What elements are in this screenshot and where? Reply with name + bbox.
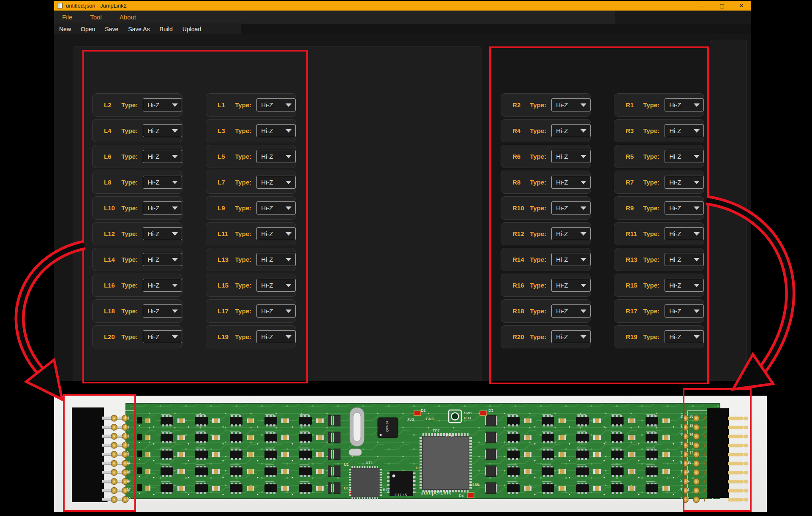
chevron-down-icon (694, 335, 700, 339)
type-select-value: Hi-Z (261, 153, 273, 160)
type-select[interactable]: Hi-Z (143, 176, 182, 189)
pin-number-row: 15 16 (680, 434, 700, 437)
type-select[interactable]: Hi-Z (665, 176, 704, 189)
close-button[interactable]: ✕ (732, 1, 751, 11)
type-select[interactable]: Hi-Z (143, 201, 182, 215)
type-select[interactable]: Hi-Z (665, 330, 704, 343)
type-label: Type: (643, 333, 659, 340)
chevron-down-icon (694, 284, 700, 287)
channel-label: L7 (218, 179, 235, 186)
type-select-value: Hi-Z (147, 256, 159, 263)
channel-label: L8 (104, 179, 121, 186)
pin-number-row: 8 7 (117, 443, 136, 446)
type-select[interactable]: Hi-Z (256, 176, 296, 189)
channel-label: R2 (512, 101, 530, 109)
type-label: Type: (235, 307, 251, 315)
chevron-down-icon (172, 335, 178, 339)
toolbar-button[interactable]: Upload (181, 26, 202, 33)
menu-item[interactable]: File (58, 14, 76, 21)
chevron-down-icon (172, 310, 178, 313)
type-select[interactable]: Hi-Z (143, 279, 182, 292)
type-select-value: Hi-Z (261, 333, 273, 340)
type-select[interactable]: Hi-Z (551, 201, 591, 215)
type-select[interactable]: Hi-Z (143, 304, 182, 318)
type-select[interactable]: Hi-Z (551, 227, 591, 240)
type-select[interactable]: Hi-Z (256, 201, 296, 215)
type-select-value: Hi-Z (556, 204, 568, 212)
toolbar-button[interactable]: Save As (127, 26, 151, 33)
menu-item[interactable]: About (116, 14, 140, 21)
type-label: Type: (643, 307, 659, 315)
type-label: Type: (643, 101, 659, 109)
type-select[interactable]: Hi-Z (143, 124, 182, 137)
left-connector (72, 407, 104, 498)
type-select[interactable]: Hi-Z (665, 98, 704, 111)
type-select-value: Hi-Z (556, 127, 568, 134)
type-select[interactable]: Hi-Z (256, 279, 296, 292)
pin-number-row: 13 14 (680, 443, 700, 446)
type-select[interactable]: Hi-Z (665, 304, 704, 318)
type-select[interactable]: Hi-Z (551, 253, 591, 266)
toolbar-button[interactable]: Build (158, 26, 174, 33)
toolbar-button[interactable]: New (58, 26, 72, 33)
type-label: Type: (235, 153, 251, 160)
type-select[interactable]: Hi-Z (551, 124, 591, 137)
type-select[interactable]: Hi-Z (256, 253, 296, 266)
type-label: Type: (235, 179, 251, 186)
silk-r33: R33 (464, 416, 471, 420)
type-select[interactable]: Hi-Z (551, 150, 591, 163)
pin-number-row: 6 5 (117, 434, 136, 437)
type-select[interactable]: Hi-Z (256, 330, 296, 343)
type-label: Type: (121, 101, 138, 109)
type-select[interactable]: Hi-Z (665, 227, 704, 240)
type-select[interactable]: Hi-Z (665, 124, 704, 137)
type-select[interactable]: Hi-Z (143, 227, 182, 240)
pcb-photo: 2 1 4 3 6 5 8 7 10 9 12 11 14 13 16 15 1… (54, 396, 767, 512)
type-select[interactable]: Hi-Z (551, 176, 591, 189)
toolbar-button[interactable]: Open (79, 26, 96, 33)
channel-label: R20 (512, 333, 530, 340)
channel-box: R16 Type: Hi-Z (501, 274, 591, 297)
type-select[interactable]: Hi-Z (665, 279, 704, 292)
type-select[interactable]: Hi-Z (551, 330, 591, 343)
type-select[interactable]: Hi-Z (143, 150, 182, 163)
type-select[interactable]: Hi-Z (551, 304, 591, 318)
type-label: Type: (530, 101, 546, 109)
type-select[interactable]: Hi-Z (665, 253, 704, 266)
toolbar-button[interactable]: Save (104, 26, 120, 33)
type-label: Type: (530, 333, 546, 340)
type-select[interactable]: Hi-Z (551, 98, 591, 111)
menu-item[interactable]: Tool (86, 14, 106, 21)
type-select[interactable]: Hi-Z (665, 150, 704, 163)
channel-box: R15 Type: Hi-Z (614, 274, 704, 297)
channel-label: R8 (512, 179, 530, 186)
type-label: Type: (235, 256, 251, 263)
type-select[interactable]: Hi-Z (143, 98, 182, 111)
minimize-button[interactable]: — (693, 1, 712, 11)
type-label: Type: (121, 333, 138, 340)
type-label: Type: (235, 282, 251, 289)
type-select[interactable]: Hi-Z (665, 201, 704, 215)
channel-label: L9 (218, 204, 235, 212)
chevron-down-icon (694, 103, 700, 107)
type-select[interactable]: Hi-Z (256, 124, 296, 137)
type-select[interactable]: Hi-Z (256, 98, 296, 111)
type-label: Type: (643, 282, 659, 289)
type-select[interactable]: Hi-Z (551, 279, 591, 292)
pin-number-row: 9 10 (680, 461, 700, 464)
type-select[interactable]: Hi-Z (143, 330, 182, 343)
type-label: Type: (530, 153, 546, 160)
chevron-down-icon (172, 181, 178, 184)
silk-d4: D4 (459, 494, 464, 498)
maximize-button[interactable]: ▢ (712, 1, 732, 11)
channel-label: L20 (104, 333, 121, 340)
pin-number-row: 14 13 (117, 470, 136, 474)
type-select[interactable]: Hi-Z (256, 304, 296, 318)
u1-chip (352, 468, 379, 497)
type-select[interactable]: Hi-Z (256, 227, 296, 240)
channel-label: L11 (218, 230, 235, 237)
type-select[interactable]: Hi-Z (143, 253, 182, 266)
type-select[interactable]: Hi-Z (256, 150, 296, 163)
chevron-down-icon (286, 181, 292, 184)
type-select-value: Hi-Z (556, 256, 568, 263)
